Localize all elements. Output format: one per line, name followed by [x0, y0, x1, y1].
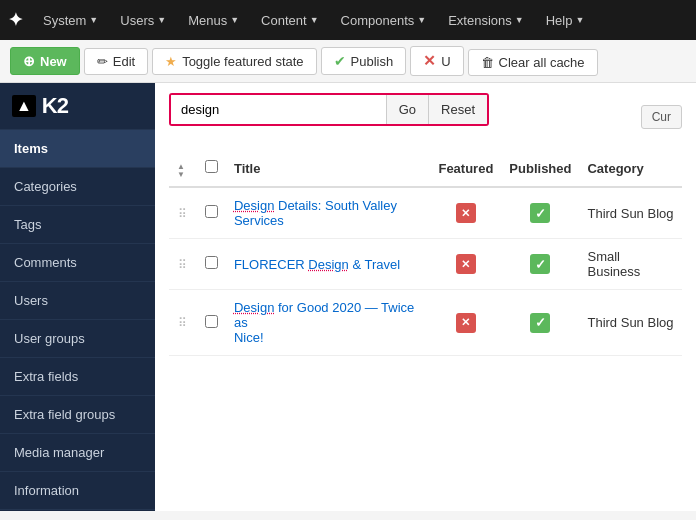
col-published: Published: [501, 150, 579, 187]
x-icon: ✕: [423, 52, 436, 70]
sidebar-item-settings[interactable]: Settings: [0, 510, 155, 511]
search-reset-button[interactable]: Reset: [428, 95, 487, 124]
table-row: ⠿ Design Details: South Valley Services: [169, 187, 682, 239]
col-featured: Featured: [430, 150, 501, 187]
top-navigation: ✦ System ▼ Users ▼ Menus ▼ Content ▼ Com…: [0, 0, 696, 40]
featured-status-icon[interactable]: [456, 313, 476, 333]
sort-icon[interactable]: ▲ ▼: [177, 163, 185, 179]
sidebar-item-extra-field-groups[interactable]: Extra field groups: [0, 396, 155, 434]
check-icon: ✔: [334, 53, 346, 69]
table-row: ⠿ FLORECER Design & Travel: [169, 239, 682, 290]
nav-help[interactable]: Help ▼: [536, 9, 595, 32]
nav-components[interactable]: Components ▼: [331, 9, 437, 32]
nav-menus[interactable]: Menus ▼: [178, 9, 249, 32]
toolbar: ⊕ New ✏ Edit ★ Toggle featured state ✔ P…: [0, 40, 696, 83]
row-checkbox[interactable]: [205, 256, 218, 269]
category-cell: Small Business: [579, 239, 682, 290]
caret-icon: ▼: [310, 15, 319, 25]
unpublish-button[interactable]: ✕ U: [410, 46, 463, 76]
nav-users[interactable]: Users ▼: [110, 9, 176, 32]
caret-icon: ▼: [575, 15, 584, 25]
item-title-link[interactable]: Design Details: South Valley Services: [234, 198, 397, 228]
category-cell: Third Sun Blog: [579, 290, 682, 356]
published-status-icon[interactable]: [530, 313, 550, 333]
sidebar-item-media-manager[interactable]: Media manager: [0, 434, 155, 472]
plus-icon: ⊕: [23, 53, 35, 69]
sidebar-item-tags[interactable]: Tags: [0, 206, 155, 244]
drag-handle-icon[interactable]: ⠿: [178, 258, 187, 272]
drag-handle-icon[interactable]: ⠿: [178, 207, 187, 221]
main-layout: ▲ K2 Items Categories Tags Comments User…: [0, 83, 696, 511]
caret-icon: ▼: [515, 15, 524, 25]
caret-icon: ▼: [89, 15, 98, 25]
brand-text: K2: [42, 93, 68, 119]
category-cell: Third Sun Blog: [579, 187, 682, 239]
row-checkbox[interactable]: [205, 315, 218, 328]
search-bar: Go Reset: [169, 93, 489, 126]
content-area: Go Reset Cur ▲ ▼: [155, 83, 696, 511]
clear-cache-button[interactable]: 🗑 Clear all cache: [468, 49, 598, 76]
select-all-checkbox[interactable]: [205, 160, 218, 173]
item-title-link[interactable]: FLORECER Design & Travel: [234, 257, 400, 272]
sidebar-item-users[interactable]: Users: [0, 282, 155, 320]
published-status-icon[interactable]: [530, 203, 550, 223]
items-table: ▲ ▼ Title Featured Published: [169, 150, 682, 356]
col-title: Title: [226, 150, 431, 187]
search-go-button[interactable]: Go: [386, 95, 428, 124]
publish-button[interactable]: ✔ Publish: [321, 47, 407, 75]
sidebar-item-categories[interactable]: Categories: [0, 168, 155, 206]
published-status-icon[interactable]: [530, 254, 550, 274]
drag-handle-icon[interactable]: ⠿: [178, 316, 187, 330]
caret-icon: ▼: [417, 15, 426, 25]
sidebar-item-items[interactable]: Items: [0, 130, 155, 168]
joomla-logo: ✦: [8, 9, 23, 31]
caret-icon: ▼: [230, 15, 239, 25]
sidebar-brand: ▲ K2: [0, 83, 155, 130]
nav-system[interactable]: System ▼: [33, 9, 108, 32]
nav-extensions[interactable]: Extensions ▼: [438, 9, 534, 32]
search-input[interactable]: [171, 95, 386, 124]
caret-icon: ▼: [157, 15, 166, 25]
trash-icon: 🗑: [481, 55, 494, 70]
brand-icon: ▲: [12, 95, 36, 117]
edit-icon: ✏: [97, 54, 108, 69]
row-checkbox[interactable]: [205, 205, 218, 218]
edit-button[interactable]: ✏ Edit: [84, 48, 148, 75]
item-title-link[interactable]: Design for Good 2020 — Twice as Nice!: [234, 300, 414, 345]
sidebar: ▲ K2 Items Categories Tags Comments User…: [0, 83, 155, 511]
sidebar-item-information[interactable]: Information: [0, 472, 155, 510]
sidebar-item-extra-fields[interactable]: Extra fields: [0, 358, 155, 396]
col-category: Category: [579, 150, 682, 187]
table-row: ⠿ Design for Good 2020 — Twice as Nice!: [169, 290, 682, 356]
sidebar-item-user-groups[interactable]: User groups: [0, 320, 155, 358]
featured-status-icon[interactable]: [456, 203, 476, 223]
featured-status-icon[interactable]: [456, 254, 476, 274]
nav-content[interactable]: Content ▼: [251, 9, 328, 32]
new-button[interactable]: ⊕ New: [10, 47, 80, 75]
star-icon: ★: [165, 54, 177, 69]
sidebar-item-comments[interactable]: Comments: [0, 244, 155, 282]
cur-button[interactable]: Cur: [641, 105, 682, 129]
toggle-featured-button[interactable]: ★ Toggle featured state: [152, 48, 316, 75]
